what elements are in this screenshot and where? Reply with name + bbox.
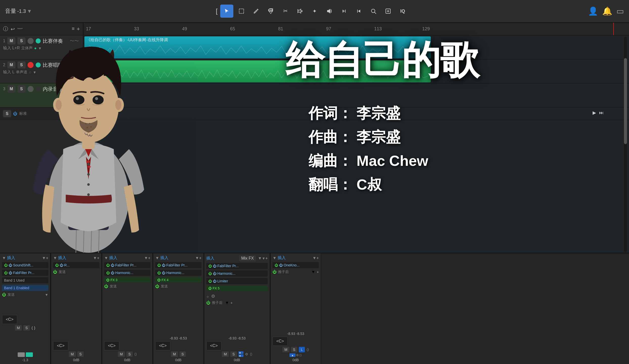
ch1-mute-btn[interactable]: M (15, 325, 22, 331)
iq-button[interactable]: IQ (396, 5, 409, 18)
ch6-plus[interactable]: + (317, 256, 319, 260)
ch1-plus-icon[interactable]: + (46, 256, 48, 260)
track-3-clip-row[interactable] (83, 83, 629, 107)
ch1-active-icon[interactable] (26, 352, 33, 357)
track-add-icon[interactable]: + (77, 26, 80, 32)
ch3-send-power[interactable]: ⏻ (104, 284, 108, 289)
ch5-send-plus[interactable]: + (231, 301, 233, 305)
ch6-extra[interactable]: ⟨⟩ (306, 348, 309, 352)
ch6-dropdown[interactable]: ▼ (312, 256, 317, 260)
ch4-mute-btn[interactable]: M (171, 351, 178, 357)
ch1-extra-icon[interactable]: ⟨ ⟩ (31, 326, 35, 330)
ch2-send-power[interactable]: ⏻ (53, 270, 57, 274)
track-2-clip[interactable] (84, 60, 431, 82)
track-1-clip[interactable]: 《给自己的歌（伴奏）-UU伴奏网-在线升降调 (84, 36, 431, 58)
track-2-record-button[interactable] (28, 62, 34, 68)
ch6-selector[interactable]: <C> (273, 337, 288, 346)
ch1-plugin-fabfilter[interactable]: ⏻ FabFilter Pr... (2, 270, 48, 276)
marquee-tool-button[interactable] (235, 5, 248, 18)
track-2-clip-row[interactable] (83, 59, 629, 83)
ch4-send-power[interactable]: ⏻ (155, 284, 159, 289)
ch1-plugin-soundshift[interactable]: ⏻ SoundShift... (2, 262, 48, 268)
cursor-tool-button[interactable] (220, 5, 233, 18)
ch4-fx4-power[interactable]: ⏻ (157, 278, 161, 282)
ch5-plus[interactable]: + (265, 256, 268, 261)
track-2-monitor-button[interactable] (36, 62, 41, 67)
ch4-plugin-fab[interactable]: ⏻ FabFilter Pr... (155, 262, 201, 268)
ch1-send-dropdown[interactable]: ▼ (45, 293, 48, 297)
ch6-collapse-arrow[interactable]: ▼ (273, 256, 277, 260)
ch3-solo-btn[interactable]: S (126, 351, 133, 357)
solo-button[interactable]: ✦ (308, 5, 321, 18)
track-3-monitor-button[interactable] (36, 86, 41, 92)
ch2-collapse-arrow[interactable]: ▼ (53, 256, 57, 260)
track-menu-icon[interactable]: ≡ (72, 26, 75, 32)
ch5-settings-btn[interactable]: ⚙ (245, 352, 248, 356)
track-3-solo-button[interactable]: S (17, 85, 26, 93)
ch6-plugin-onekno[interactable]: ⏻ OneKno... (273, 262, 319, 268)
ch5-solo-btn[interactable]: S (230, 351, 237, 357)
skip-back-button[interactable] (352, 5, 365, 18)
ch6-send-dropdown[interactable]: ▼ (311, 270, 315, 274)
ch6-settings-icon[interactable]: ⚙ (296, 353, 299, 357)
track-2-solo-button[interactable]: S (17, 61, 26, 69)
ch6-send-power[interactable]: ⏻ (273, 270, 277, 274)
ch1-add-icon[interactable]: ▼ (42, 256, 46, 260)
track-3-record-button[interactable] (28, 86, 34, 92)
track-1-record-button[interactable] (28, 38, 34, 44)
bell-icon[interactable]: 🔔 (602, 6, 612, 16)
ch6-solo-btn[interactable]: S (291, 347, 297, 352)
ch4-dropdown[interactable]: ▼ (195, 256, 199, 260)
track-3-power[interactable]: ⏻ (13, 111, 17, 116)
ch5-dropdown[interactable]: ▼ (262, 256, 265, 260)
ch3-mute-btn[interactable]: M (118, 351, 125, 357)
ch5-plugin-fab[interactable]: ⏻ FabFilter Pr... (206, 263, 268, 269)
ch5-headphones-btn[interactable]: ⟨⟩ (250, 352, 252, 356)
ch3-collapse-arrow[interactable]: ▼ (104, 256, 108, 260)
ch6-l-btn[interactable]: L (299, 347, 305, 352)
timeline-scrollbar-thumb[interactable] (624, 58, 627, 144)
user-icon[interactable]: 👤 (588, 6, 598, 16)
ch1-solo-btn[interactable]: S (23, 325, 30, 331)
track-2-mute-button[interactable]: M (7, 61, 15, 69)
ch1-selector[interactable]: <C> (2, 315, 17, 324)
volume-tool-button[interactable] (323, 5, 336, 18)
ch5-plugin-harmonic[interactable]: ⏻ Harmonic... (206, 270, 268, 277)
ch3-plus[interactable]: + (148, 256, 150, 260)
ch5-plugin-limiter[interactable]: ⏻ Limiter (206, 278, 268, 284)
ch3-plugin-harmonic[interactable]: ⏻ Harmonic... (104, 270, 150, 276)
ch3-plugin-fab[interactable]: ⏻ FabFilter Pr... (104, 262, 150, 268)
ch5-fx5-power[interactable]: ⏻ (208, 286, 212, 290)
eraser-tool-button[interactable] (264, 5, 277, 18)
track-3-solo-sub-button[interactable]: S (3, 110, 11, 117)
ch4-plus[interactable]: + (199, 256, 201, 260)
window-icon[interactable]: ▭ (616, 6, 624, 16)
ch3-selector[interactable]: <C> (104, 341, 119, 350)
ch2-selector[interactable]: <C> (53, 341, 68, 350)
pencil-tool-button[interactable] (250, 5, 263, 18)
ch4-selector[interactable]: <C> (155, 341, 170, 350)
ch1-collapse-arrow[interactable]: ▼ (2, 256, 6, 260)
transport-play-icon[interactable]: ▶ (593, 110, 596, 116)
ch6-send-plus[interactable]: + (317, 270, 319, 274)
ch1-monitor-icon[interactable] (18, 352, 25, 357)
search-button[interactable] (367, 5, 380, 18)
ch5-mixfx-dropdown[interactable]: ▼ (258, 256, 262, 261)
ch2-plus[interactable]: + (97, 256, 99, 260)
ch5-selector[interactable]: <C> (206, 341, 221, 350)
track-2-toggle[interactable]: ○ (29, 70, 31, 75)
export-button[interactable] (381, 5, 395, 18)
transport-skip-icon[interactable]: ⏭ (599, 110, 604, 116)
ch5-settings-icon[interactable]: ⚙ (211, 293, 215, 299)
ch4-solo-btn[interactable]: S (179, 351, 186, 357)
ch6-headphone-icon[interactable]: ⟨⟩ (299, 353, 302, 357)
ch6-mute-btn[interactable]: M (282, 347, 289, 352)
ch2-plugin-r[interactable]: ⏻ R... (53, 262, 99, 268)
scissors-tool-button[interactable]: ✂ (279, 5, 292, 18)
ch4-collapse-arrow[interactable]: ▼ (155, 256, 159, 260)
ch5-send-power[interactable]: ⏻ (206, 301, 210, 305)
ch2-dropdown[interactable]: ▼ (93, 256, 97, 260)
ch3-fx3-power[interactable]: ⏻ (106, 278, 109, 282)
track-1-dropdown[interactable]: ▼ (38, 46, 42, 50)
track-1-monitor-button[interactable] (36, 38, 41, 43)
